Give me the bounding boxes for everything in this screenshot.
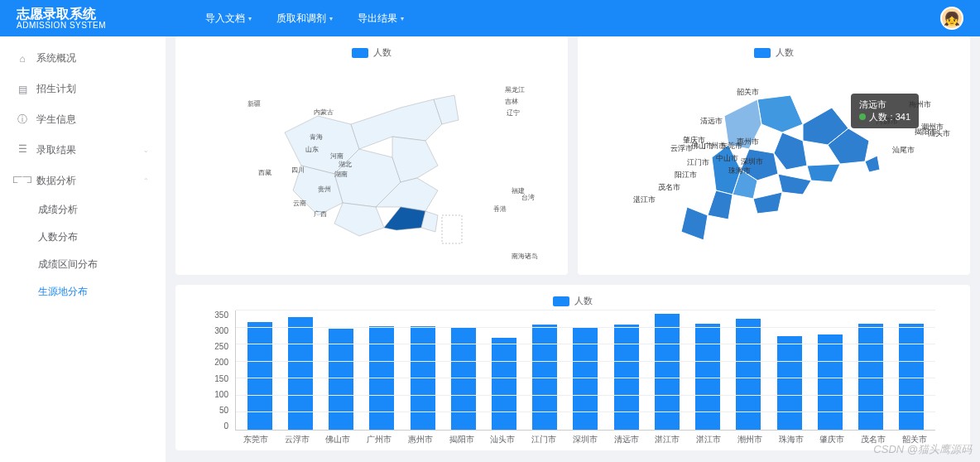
content: 人数 黑龙江: [166, 36, 980, 462]
legend[interactable]: 人数: [588, 46, 960, 59]
bar[interactable]: [818, 334, 843, 430]
chart-icon: ⫍⫎: [17, 174, 28, 185]
sidebar-item-overview[interactable]: ⌂系统概况: [0, 43, 166, 74]
sidebar: ⌂系统概况 ▤招生计划 ⓘ学生信息 ☰录取结果⌄ ⫍⫎数据分析⌃ 成绩分析 人数…: [0, 36, 166, 462]
avatar[interactable]: 👧: [940, 7, 963, 30]
top-nav: 导入文档▾ 质取和调剂▾ 导出结果▾: [205, 12, 404, 26]
bar-chart[interactable]: 350300250200150100500: [185, 310, 960, 431]
china-map[interactable]: 黑龙江 吉林 辽宁 新疆 内蒙古 山东 西藏 青海 四川 云南 广西 贵州 福建…: [185, 62, 558, 269]
legend[interactable]: 人数: [185, 295, 960, 307]
x-axis: 东莞市云浮市佛山市广州市惠州市揭阳市汕头市江门市深圳市清远市湛江市湛江市潮州市珠…: [185, 434, 960, 445]
home-icon: ⌂: [17, 53, 28, 65]
sub-source-dist[interactable]: 生源地分布: [0, 278, 166, 306]
bar[interactable]: [858, 324, 883, 430]
bar[interactable]: [777, 336, 802, 430]
guangdong-map-panel: 人数 清远市 人数 : 341: [578, 36, 970, 275]
sidebar-item-result[interactable]: ☰录取结果⌄: [0, 135, 166, 166]
bar[interactable]: [736, 319, 761, 430]
doc-icon: ▤: [17, 84, 28, 95]
nav-import[interactable]: 导入文档▾: [205, 12, 252, 26]
chevron-down-icon: ▾: [329, 15, 333, 22]
list-icon: ☰: [17, 143, 28, 155]
sidebar-item-analysis[interactable]: ⫍⫎数据分析⌃: [0, 166, 166, 196]
sub-count-dist[interactable]: 人数分布: [0, 224, 166, 251]
sidebar-item-student[interactable]: ⓘ学生信息: [0, 104, 166, 135]
svg-rect-0: [442, 215, 462, 243]
map-tooltip: 清远市 人数 : 341: [851, 94, 919, 128]
bar[interactable]: [247, 322, 272, 430]
chevron-down-icon: ⌄: [143, 147, 149, 154]
app-title: 志愿录取系统: [17, 7, 106, 22]
nav-export[interactable]: 导出结果▾: [358, 12, 404, 26]
chevron-down-icon: ▾: [248, 15, 252, 22]
legend[interactable]: 人数: [185, 46, 558, 59]
china-map-panel: 人数 黑龙江: [175, 36, 568, 275]
bar[interactable]: [288, 317, 313, 430]
chevron-down-icon: ▾: [401, 15, 404, 22]
guangdong-map[interactable]: 清远市 人数 : 341: [588, 62, 960, 269]
sub-score-analysis[interactable]: 成绩分析: [0, 196, 166, 224]
bar[interactable]: [492, 338, 516, 430]
bar-chart-panel: 人数 350300250200150100500 东莞市云浮市佛山市广州市惠州市…: [175, 285, 970, 450]
sub-score-range[interactable]: 成绩区间分布: [0, 251, 166, 278]
watermark: CSDN @猫头鹰源码: [873, 442, 972, 457]
header: 志愿录取系统 ADMISSION SYSTEM 导入文档▾ 质取和调剂▾ 导出结…: [0, 0, 980, 36]
sidebar-item-plan[interactable]: ▤招生计划: [0, 74, 166, 104]
chevron-up-icon: ⌃: [143, 177, 149, 185]
y-axis: 350300250200150100500: [210, 310, 235, 431]
nav-admission[interactable]: 质取和调剂▾: [276, 12, 333, 26]
info-icon: ⓘ: [17, 114, 28, 126]
app-subtitle: ADMISSION SYSTEM: [17, 21, 106, 30]
bar[interactable]: [899, 324, 924, 430]
logo: 志愿录取系统 ADMISSION SYSTEM: [17, 7, 106, 31]
bar[interactable]: [695, 324, 720, 430]
